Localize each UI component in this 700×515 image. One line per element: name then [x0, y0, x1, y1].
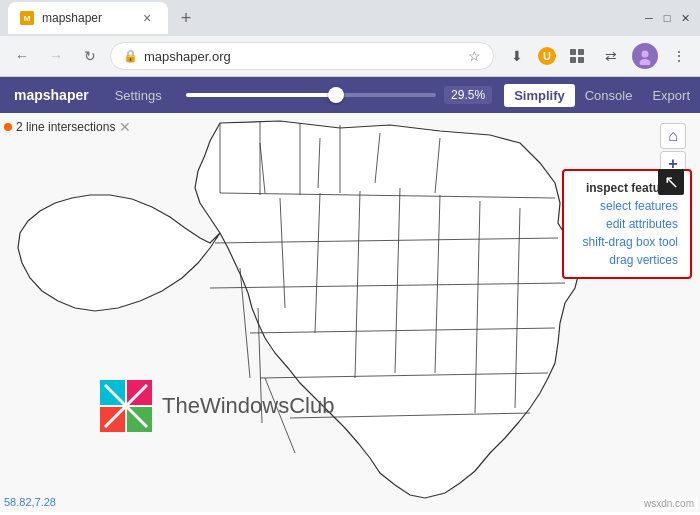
active-tab[interactable]: M mapshaper × — [8, 2, 168, 34]
forward-button[interactable]: → — [42, 42, 70, 70]
svg-rect-2 — [570, 49, 576, 55]
svg-point-7 — [642, 51, 649, 58]
slider-thumb[interactable] — [328, 87, 344, 103]
browser-menu-icon[interactable]: ⋮ — [666, 43, 692, 69]
shift-drag-box-item[interactable]: shift-drag box tool — [576, 233, 678, 251]
reload-button[interactable]: ↻ — [76, 42, 104, 70]
home-icon: ⌂ — [668, 127, 678, 145]
address-bar-row: ← → ↻ 🔒 mapshaper.org ☆ ⬇ U — [0, 36, 700, 76]
export-button[interactable]: Export — [642, 88, 700, 103]
new-tab-button[interactable]: + — [172, 4, 200, 32]
download-icon[interactable]: ⬇ — [504, 43, 530, 69]
lock-icon: 🔒 — [123, 49, 138, 63]
simplify-slider-area: 29.5% — [174, 86, 504, 104]
svg-rect-5 — [578, 57, 584, 63]
home-button[interactable]: ⌂ — [660, 123, 686, 149]
svg-rect-3 — [578, 49, 584, 55]
watermark: wsxdn.com — [640, 497, 698, 510]
close-btn[interactable]: ✕ — [678, 11, 692, 25]
map-area[interactable]: 2 line intersections ✕ ⌂ + − ↖ inspect f… — [0, 113, 700, 512]
address-bar[interactable]: 🔒 mapshaper.org ☆ — [110, 42, 494, 70]
tab-close-btn[interactable]: × — [138, 9, 156, 27]
select-features-item[interactable]: select features — [576, 197, 678, 215]
select-features-label: select features — [600, 199, 678, 213]
reload-icon: ↻ — [84, 48, 96, 64]
intersections-text: 2 line intersections — [16, 120, 115, 134]
cursor-icon: ↖ — [658, 169, 684, 195]
app-logo: mapshaper — [0, 77, 103, 113]
bookmark-icon[interactable]: ☆ — [468, 48, 481, 64]
svg-rect-4 — [570, 57, 576, 63]
drag-vertices-item[interactable]: drag vertices — [576, 251, 678, 269]
edit-attributes-item[interactable]: edit attributes — [576, 215, 678, 233]
twc-logo: TheWindowsClub — [100, 380, 334, 432]
extensions-icon[interactable] — [564, 43, 590, 69]
context-menu: ↖ inspect features select features edit … — [562, 169, 692, 279]
minimize-btn[interactable]: ─ — [642, 11, 656, 25]
edit-attributes-label: edit attributes — [606, 217, 678, 231]
url-text: mapshaper.org — [144, 49, 462, 64]
app-toolbar: mapshaper Settings 29.5% Simplify Consol… — [0, 77, 700, 113]
slider-fill — [186, 93, 336, 97]
console-button[interactable]: Console — [575, 88, 643, 103]
intersections-notice: 2 line intersections ✕ — [4, 119, 131, 135]
profile-avatar[interactable] — [632, 43, 658, 69]
maximize-btn[interactable]: □ — [660, 11, 674, 25]
tab-title: mapshaper — [42, 11, 130, 25]
intersections-close-btn[interactable]: ✕ — [119, 119, 131, 135]
browser-action-icons: ⬇ U ⇄ — [504, 43, 692, 69]
slider-track[interactable] — [186, 93, 436, 97]
percent-badge: 29.5% — [444, 86, 492, 104]
window-controls: ─ □ ✕ — [642, 11, 692, 25]
window-buttons[interactable]: ─ □ ✕ — [642, 11, 692, 25]
twc-text: TheWindowsClub — [162, 393, 334, 419]
back-icon: ← — [15, 48, 29, 64]
simplify-button[interactable]: Simplify — [504, 84, 575, 107]
u-badge[interactable]: U — [538, 47, 556, 65]
settings-button[interactable]: Settings — [103, 77, 174, 113]
tab-favicon: M — [20, 11, 34, 25]
sync-icon[interactable]: ⇄ — [598, 43, 624, 69]
map-coordinates: 58.82,7.28 — [4, 496, 56, 508]
intersections-dot — [4, 123, 12, 131]
twc-icon — [100, 380, 152, 432]
shift-drag-box-label: shift-drag box tool — [583, 235, 678, 249]
tab-bar: M mapshaper × + ─ □ ✕ — [0, 0, 700, 36]
svg-text:M: M — [24, 14, 31, 23]
browser-chrome: M mapshaper × + ─ □ ✕ ← → ↻ 🔒 mapshaper — [0, 0, 700, 77]
forward-icon: → — [49, 48, 63, 64]
drag-vertices-label: drag vertices — [609, 253, 678, 267]
back-button[interactable]: ← — [8, 42, 36, 70]
